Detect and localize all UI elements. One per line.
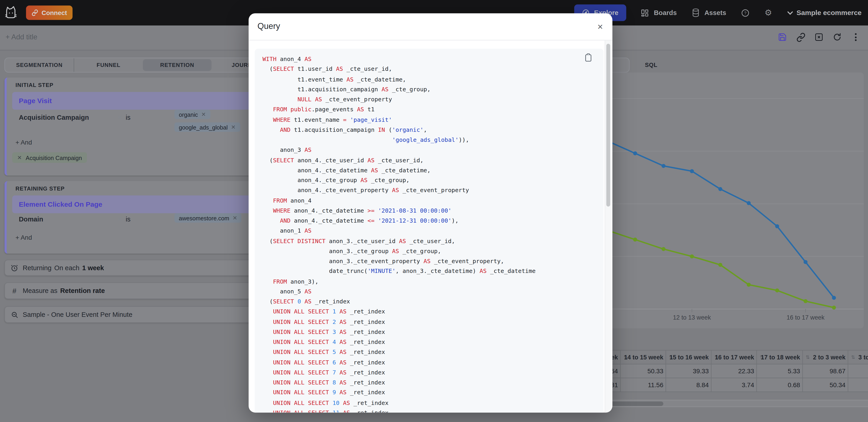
value-chip-awesomestore[interactable]: awesomestore.com✕ bbox=[174, 213, 242, 222]
sql-line: t1.event_time AS _cte_datetime, bbox=[262, 74, 603, 84]
column-label: 16 to 17 week bbox=[715, 354, 754, 361]
column-label: 15 to 16 week bbox=[670, 354, 709, 361]
table-header-2-to-3-week[interactable]: ⇅2 to 3 week bbox=[803, 351, 848, 364]
tab-segmentation[interactable]: SEGMENTATION bbox=[5, 58, 74, 72]
sql-line: anon_4._cte_group AS _cte_group, bbox=[262, 175, 603, 185]
add-and-condition[interactable]: + And bbox=[16, 139, 32, 146]
kebab-menu-icon[interactable] bbox=[850, 32, 861, 43]
sql-line: anon_3._cte_event_property AS _cte_event… bbox=[262, 256, 603, 266]
sort-icon[interactable]: ⇅ bbox=[806, 354, 810, 360]
operator-is[interactable]: is bbox=[126, 114, 130, 121]
boards-label: Boards bbox=[654, 9, 677, 17]
sql-line: UNION ALL SELECT 9 AS _ret_index bbox=[262, 387, 603, 397]
measure-prefix: Measure as bbox=[23, 287, 58, 295]
measure-row[interactable]: # Measure as Retention rate bbox=[4, 282, 289, 299]
retaining-step-event[interactable]: Element Clicked On Page bbox=[12, 195, 279, 213]
table-cell: 50.34 bbox=[803, 378, 848, 392]
export-excel-icon[interactable] bbox=[813, 32, 825, 43]
sql-line: UNION ALL SELECT 6 AS _ret_index bbox=[262, 357, 603, 367]
initial-step-event[interactable]: Page Visit bbox=[12, 92, 279, 110]
add-title-button[interactable]: + Add title bbox=[5, 33, 37, 41]
tab-sql[interactable]: SQL bbox=[634, 58, 668, 71]
returning-mid: On each bbox=[54, 264, 80, 272]
table-header-16-to-17-week[interactable]: ⇅16 to 17 week bbox=[711, 351, 757, 364]
sql-line: FROM anon_4 bbox=[262, 195, 603, 205]
sql-line: date_trunc('MINUTE', anon_3._cte_datetim… bbox=[262, 266, 603, 276]
modal-title: Query bbox=[257, 21, 280, 30]
tab-retention[interactable]: RETENTION bbox=[143, 59, 212, 71]
nav-item-boards[interactable]: Boards bbox=[641, 8, 677, 17]
value-chip-google-ads-global[interactable]: google_ads_global✕ bbox=[174, 122, 240, 132]
sql-code: WITH anon_4 AS (SELECT t1.user_id AS _ct… bbox=[262, 54, 603, 413]
table-cell: 5.33 bbox=[757, 364, 803, 378]
initial-step-panel: INITIAL STEP Page Visit Acquisition Camp… bbox=[4, 78, 290, 176]
tab-funnel[interactable]: FUNNEL bbox=[74, 58, 143, 72]
column-label: 14 to 15 week bbox=[624, 354, 663, 361]
sql-line: t1.acquisition_campaign AS _cte_group, bbox=[262, 84, 603, 94]
sql-line: WHERE t1.event_name = 'page_visit' bbox=[262, 114, 603, 124]
sample-label: Sample - One User Event Per Minute bbox=[23, 311, 132, 319]
property-name[interactable]: Domain bbox=[19, 215, 43, 223]
sample-row[interactable]: Sample - One User Event Per Minute bbox=[4, 306, 289, 323]
connect-button[interactable]: Connect bbox=[26, 5, 72, 20]
sql-line: (SELECT t1.user_id AS _cte_user_id, bbox=[262, 64, 603, 74]
remove-property-icon[interactable]: ✕ bbox=[117, 114, 122, 121]
table-cell: 39.33 bbox=[666, 364, 712, 378]
modal-scrollbar-thumb[interactable] bbox=[606, 44, 610, 206]
table-header-15-to-16-week[interactable]: ⇅15 to 16 week bbox=[666, 351, 712, 364]
returning-period-row[interactable]: Returning On each 1 week bbox=[4, 260, 289, 276]
operator-is[interactable]: is bbox=[126, 215, 130, 223]
sql-line: (SELECT anon_4._cte_user_id AS _cte_user… bbox=[262, 155, 603, 165]
sql-line: FROM anon_3), bbox=[262, 276, 603, 286]
x-tick-label: 12 to 13 week bbox=[659, 314, 725, 321]
breakdown-chip[interactable]: ✕ Acquisition Campaign bbox=[12, 152, 87, 163]
measure-value: Retention rate bbox=[60, 287, 105, 295]
retaining-step-label: RETAINING STEP bbox=[16, 185, 65, 192]
sql-line: (SELECT DISTINCT anon_3._cte_user_id AS … bbox=[262, 236, 603, 246]
retention-table: ⇅13 to 14 week⇅14 to 15 week⇅15 to 16 we… bbox=[576, 350, 868, 392]
nav-item-assets[interactable]: Assets bbox=[691, 8, 726, 17]
sql-line: FROM public.page_events AS t1 bbox=[262, 104, 603, 114]
sql-line: UNION ALL SELECT 11 AS _ret_index bbox=[262, 408, 603, 413]
mitzu-cat-logo-icon[interactable] bbox=[5, 5, 17, 20]
sql-line: UNION ALL SELECT 7 AS _ret_index bbox=[262, 367, 603, 377]
sql-line: UNION ALL SELECT 5 AS _ret_index bbox=[262, 347, 603, 357]
svg-text:?: ? bbox=[744, 10, 746, 15]
sql-line: UNION ALL SELECT 4 AS _ret_index bbox=[262, 337, 603, 346]
help-icon[interactable]: ? bbox=[741, 8, 749, 17]
sort-icon[interactable]: ⇅ bbox=[851, 354, 855, 360]
property-name[interactable]: Acquisition Campaign bbox=[19, 114, 89, 121]
chip-close-icon[interactable]: ✕ bbox=[201, 111, 206, 117]
x-tick-label: 16 to 17 week bbox=[772, 314, 839, 321]
table-cell: 22.33 bbox=[711, 364, 757, 378]
add-and-condition[interactable]: + And bbox=[16, 234, 32, 241]
value-chip-organic[interactable]: organic✕ bbox=[174, 110, 210, 119]
column-label: 2 to 3 week bbox=[813, 354, 845, 361]
chip-close-icon[interactable]: ✕ bbox=[231, 124, 236, 130]
copy-link-icon[interactable] bbox=[795, 32, 806, 43]
workspace-selector[interactable]: Sample ecommerce bbox=[787, 9, 862, 17]
table-cell: 98.67 bbox=[803, 364, 848, 378]
table-header-14-to-15-week[interactable]: ⇅14 to 15 week bbox=[621, 351, 666, 364]
hash-icon: # bbox=[10, 287, 19, 295]
table-header-17-to-18-week[interactable]: ⇅17 to 18 week bbox=[757, 351, 803, 364]
modal-header: Query ✕ bbox=[249, 13, 612, 40]
sql-line: anon_3._cte_group AS _cte_group, bbox=[262, 246, 603, 256]
chip-close-icon[interactable]: ✕ bbox=[232, 215, 237, 221]
chip-close-icon[interactable]: ✕ bbox=[17, 155, 22, 161]
link-icon bbox=[32, 9, 38, 16]
table-header-3-to-4-week[interactable]: ⇅3 to 4 week bbox=[848, 351, 868, 364]
close-icon[interactable]: ✕ bbox=[595, 21, 606, 32]
clipboard-copy-icon[interactable] bbox=[583, 52, 593, 63]
sql-line: UNION ALL SELECT 10 AS _ret_index bbox=[262, 397, 603, 408]
sql-line: anon_4._cte_event_property AS _cte_event… bbox=[262, 185, 603, 195]
save-icon[interactable] bbox=[777, 32, 788, 43]
settings-gear-icon[interactable]: ⚙ bbox=[764, 8, 773, 17]
table-cell: 11.56 bbox=[621, 378, 666, 392]
remove-property-icon[interactable]: ✕ bbox=[117, 215, 122, 223]
sql-line: WHERE anon_4._cte_datetime >= '2021-08-3… bbox=[262, 205, 603, 215]
refresh-icon[interactable] bbox=[832, 32, 843, 43]
table-cell: 8.84 bbox=[666, 378, 712, 392]
sql-line: anon_4._cte_datetime AS _cte_datetime, bbox=[262, 165, 603, 175]
sql-line: WITH anon_4 AS bbox=[262, 54, 603, 64]
